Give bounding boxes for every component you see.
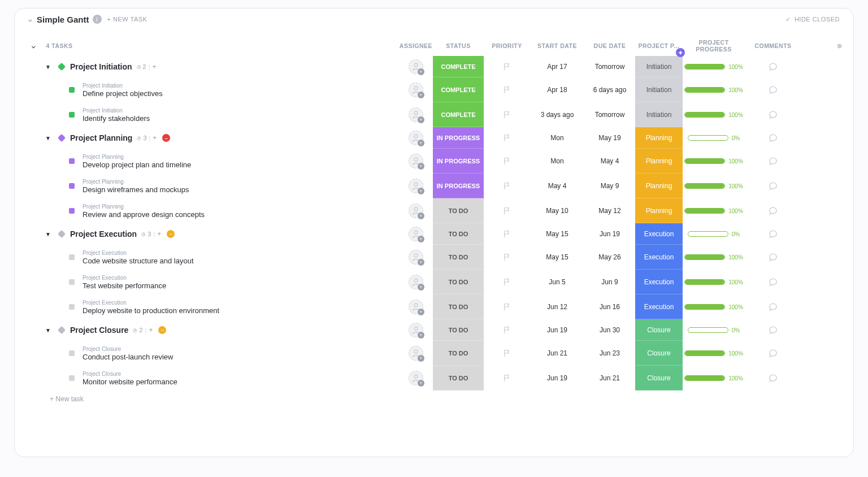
start-date-cell[interactable]: Apr 17 [530,63,584,71]
due-date-cell[interactable]: May 12 [584,207,635,215]
start-date-cell[interactable]: Jun 21 [530,349,584,357]
avatar-placeholder-icon[interactable] [409,59,423,74]
assignee-cell[interactable] [399,371,433,385]
progress-cell[interactable]: 100% [683,87,745,93]
due-date-cell[interactable]: Jun 23 [584,349,635,357]
task-row[interactable]: Project Closure Conduct post-launch revi… [15,341,853,366]
status-cell[interactable]: TO DO [433,270,484,294]
chevron-down-icon[interactable]: ▼ [45,231,51,237]
due-date-cell[interactable]: 6 days ago [584,86,635,94]
priority-cell[interactable] [484,63,530,71]
phase-cell[interactable]: Planning [635,127,683,149]
comments-cell[interactable] [745,277,801,287]
start-date-cell[interactable]: Jun 12 [530,303,584,311]
progress-cell[interactable]: 100% [683,64,745,70]
priority-cell[interactable] [484,374,530,382]
phase-cell[interactable]: Initiation [635,56,683,77]
task-row[interactable]: Project Execution Deploy website to prod… [15,294,853,319]
status-cell[interactable]: IN PROGRESS [433,149,484,174]
status-cell[interactable]: COMPLETE [433,102,484,127]
priority-cell[interactable] [484,182,530,190]
task-name[interactable]: Define project objectives [83,89,163,98]
task-row[interactable]: Project Planning Develop project plan an… [15,149,853,174]
col-comments[interactable]: COMMENTS [745,42,801,49]
start-date-cell[interactable]: May 4 [530,182,584,190]
avatar-placeholder-icon[interactable] [409,323,423,337]
status-cell[interactable]: TO DO [433,366,484,391]
group-name[interactable]: Project Closure [70,326,128,335]
due-date-cell[interactable]: Jun 30 [584,326,635,334]
comments-cell[interactable] [745,85,801,95]
assignee-cell[interactable] [399,154,433,168]
group-name[interactable]: Project Planning [70,133,132,142]
status-cell[interactable]: TO DO [433,319,484,341]
task-name[interactable]: Code website structure and layout [83,257,194,265]
avatar-placeholder-icon[interactable] [409,131,423,145]
phase-cell[interactable]: Initiation [635,77,683,102]
priority-cell[interactable] [484,326,530,334]
phase-cell[interactable]: Closure [635,366,683,391]
assignee-cell[interactable] [399,203,433,218]
hide-closed-toggle[interactable]: ✓ HIDE CLOSED [785,16,840,23]
start-date-cell[interactable]: May 10 [530,207,584,215]
priority-cell[interactable] [484,278,530,286]
priority-cell[interactable] [484,207,530,215]
start-date-cell[interactable]: Jun 19 [530,326,584,334]
task-name[interactable]: Monitor website performance [83,378,177,386]
status-cell[interactable]: IN PROGRESS [433,127,484,149]
col-start[interactable]: START DATE [530,42,584,49]
avatar-placeholder-icon[interactable] [409,371,423,385]
task-name[interactable]: Develop project plan and timeline [83,161,191,169]
status-cell[interactable]: COMPLETE [433,77,484,102]
avatar-placeholder-icon[interactable] [409,275,423,289]
task-name[interactable]: Test website performance [83,281,166,290]
progress-cell[interactable]: 100% [683,375,745,381]
chevron-down-icon[interactable]: ▼ [45,135,51,141]
progress-cell[interactable]: 0% [683,135,745,141]
progress-cell[interactable]: 100% [683,158,745,164]
status-cell[interactable]: TO DO [433,294,484,319]
avatar-placeholder-icon[interactable] [409,227,423,241]
col-priority[interactable]: PRIORITY [484,42,530,49]
phase-cell[interactable]: Planning [635,149,683,174]
progress-cell[interactable]: 100% [683,254,745,261]
group-row[interactable]: ▼ Project Closure ⎋ 2 | + – TO DO Jun 19… [15,319,853,341]
priority-cell[interactable] [484,303,530,311]
phase-cell[interactable]: Initiation [635,102,683,127]
ai-icon[interactable]: ✦ [676,48,685,57]
add-subtask-button[interactable]: + [153,63,157,71]
task-name[interactable]: Deploy website to production environment [83,306,219,315]
progress-cell[interactable]: 100% [683,304,745,310]
comments-cell[interactable] [745,133,801,143]
status-cell[interactable]: TO DO [433,198,484,223]
comments-cell[interactable] [745,156,801,166]
comments-cell[interactable] [745,229,801,239]
task-row[interactable]: Project Initiation Identify stakeholders… [15,102,853,127]
task-row[interactable]: Project Execution Test website performan… [15,270,853,294]
expand-all-icon[interactable]: ⌵ [32,42,36,50]
phase-cell[interactable]: Closure [635,341,683,366]
progress-cell[interactable]: 100% [683,350,745,357]
phase-cell[interactable]: Execution [635,270,683,294]
progress-cell[interactable]: 100% [683,183,745,189]
comments-cell[interactable] [745,181,801,191]
priority-cell[interactable] [484,253,530,261]
add-subtask-button[interactable]: + [157,230,161,238]
assignee-cell[interactable] [399,179,433,193]
start-date-cell[interactable]: Jun 19 [530,374,584,382]
assignee-cell[interactable] [399,227,433,241]
start-date-cell[interactable]: Jun 5 [530,278,584,286]
avatar-placeholder-icon[interactable] [409,107,423,122]
col-progress[interactable]: PROJECT PROGRESS [683,39,745,53]
due-date-cell[interactable]: May 9 [584,182,635,190]
assignee-cell[interactable] [399,83,433,97]
progress-cell[interactable]: 0% [683,327,745,333]
task-row[interactable]: Project Planning Review and approve desi… [15,198,853,223]
assignee-cell[interactable] [399,346,433,361]
due-date-cell[interactable]: Jun 9 [584,278,635,286]
col-assignee[interactable]: ASSIGNEE [399,42,433,49]
priority-cell[interactable] [484,230,530,238]
avatar-placeholder-icon[interactable] [409,300,423,314]
add-subtask-button[interactable]: + [149,326,153,334]
comments-cell[interactable] [745,252,801,262]
